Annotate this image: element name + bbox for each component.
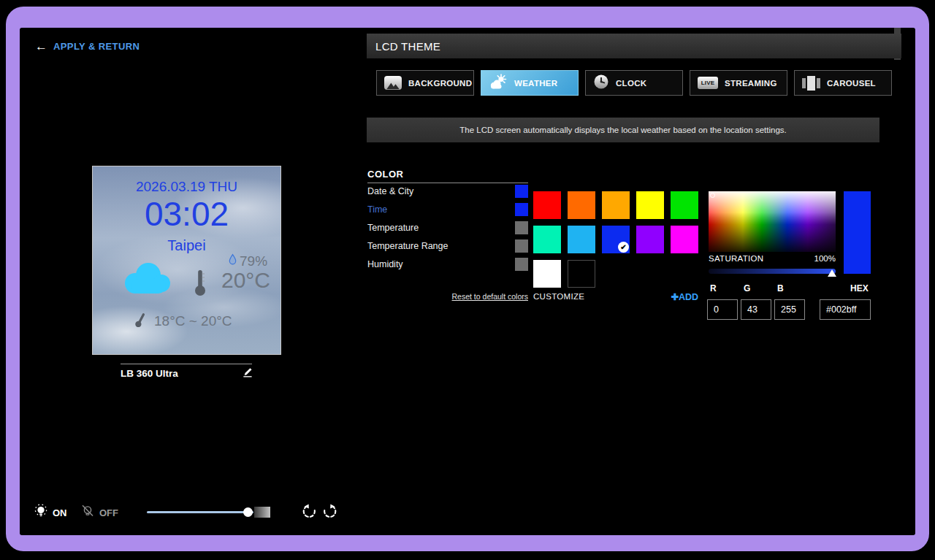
clock-icon (593, 74, 609, 93)
tab-weather[interactable]: WEATHER (481, 70, 579, 96)
tab-background[interactable]: BACKGROUND (376, 70, 474, 96)
device-name-divider (121, 364, 252, 364)
preview-time: 03:02 (93, 194, 280, 234)
color-row-humidity[interactable]: Humidity (367, 258, 528, 271)
g-label: G (744, 283, 750, 294)
row-swatch (515, 203, 528, 216)
color-palette: ✔ (533, 191, 698, 288)
back-arrow-icon: ← (35, 40, 47, 53)
palette-swatch-skyblue[interactable] (568, 226, 595, 253)
reset-default-colors-link[interactable]: Reset to default colors (367, 289, 528, 302)
tab-label: WEATHER (514, 79, 557, 88)
current-color-preview (844, 191, 871, 274)
lcd-off-toggle[interactable]: OFF (80, 504, 118, 521)
off-label: OFF (99, 507, 118, 518)
weather-sun-cloud-icon (489, 73, 508, 93)
palette-swatch-red[interactable] (533, 191, 561, 219)
tab-streaming[interactable]: LIVE STREAMING (690, 70, 787, 96)
edit-pencil-icon[interactable] (242, 367, 253, 381)
panel-header: LCD THEME (367, 34, 901, 58)
hex-label: HEX (850, 283, 869, 294)
row-swatch (515, 185, 528, 198)
add-color-button[interactable]: ✚ADD (654, 291, 698, 302)
tab-label: STREAMING (725, 79, 777, 88)
apply-return-label: APPLY & RETURN (53, 41, 140, 52)
r-label: R (710, 283, 717, 294)
preview-temperature: 20°C (221, 268, 270, 293)
rotate-clockwise-button[interactable] (322, 504, 337, 522)
selected-check-icon: ✔ (618, 242, 629, 253)
preview-city: Taipei (93, 237, 280, 254)
saturation-value: 100% (774, 254, 836, 263)
palette-swatch-magenta[interactable] (671, 226, 698, 253)
preview-humidity: 79% (240, 253, 267, 269)
palette-swatch-springgreen[interactable] (533, 226, 561, 253)
preview-humidity-row: 79% (228, 253, 267, 269)
info-banner-text: The LCD screen automatically displays th… (459, 126, 786, 134)
hex-input[interactable] (820, 299, 871, 320)
row-swatch (515, 258, 528, 271)
gradient-cursor[interactable] (710, 193, 715, 198)
color-row-temperature-range[interactable]: Temperature Range (367, 239, 528, 253)
palette-swatch-black[interactable] (568, 260, 595, 288)
palette-swatch-yellow[interactable] (636, 191, 664, 219)
palette-swatch-blue-selected[interactable]: ✔ (602, 226, 630, 253)
color-gradient-map[interactable] (709, 191, 836, 252)
color-row-time[interactable]: Time (367, 203, 528, 216)
tab-label: BACKGROUND (408, 79, 472, 88)
tab-clock[interactable]: CLOCK (585, 70, 683, 96)
palette-swatch-white[interactable] (533, 260, 561, 288)
palette-swatch-green[interactable] (671, 191, 698, 219)
color-row-date-city[interactable]: Date & City (367, 185, 528, 198)
saturation-label: SATURATION (709, 254, 763, 263)
droplet-icon (228, 253, 237, 269)
brightness-gradient-block (254, 507, 270, 518)
bulb-on-icon (34, 504, 48, 521)
preview-temperature-range: 18°C ~ 20°C (154, 313, 232, 329)
r-input[interactable] (707, 299, 738, 320)
thermometer-small-icon (131, 310, 149, 333)
tab-label: CLOCK (616, 79, 646, 88)
tab-carousel[interactable]: CAROUSEL (794, 70, 892, 96)
device-name: LB 360 Ultra (121, 368, 178, 379)
saturation-slider-thumb[interactable] (828, 269, 836, 277)
customize-label: CUSTOMIZE (533, 292, 584, 301)
info-banner: The LCD screen automatically displays th… (367, 118, 879, 142)
image-icon (384, 76, 402, 90)
palette-swatch-amber[interactable] (602, 191, 630, 219)
live-badge-icon: LIVE (698, 77, 718, 89)
color-row-temperature[interactable]: Temperature (367, 221, 528, 234)
tab-label: CAROUSEL (827, 79, 876, 88)
cloud-icon (121, 256, 176, 301)
brightness-slider-thumb[interactable] (243, 507, 253, 517)
on-label: ON (53, 507, 67, 518)
bulb-off-icon (80, 504, 95, 521)
b-label: B (777, 283, 784, 294)
app-screenshot: ← APPLY & RETURN LCD THEME BACKGROUND (0, 0, 935, 560)
b-input[interactable] (774, 299, 805, 320)
color-target-list: Date & City Time Temperature Temperature… (367, 185, 528, 276)
row-swatch (515, 239, 528, 253)
carousel-panels-icon (802, 76, 820, 91)
preview-date: 2026.03.19 THU (93, 179, 280, 195)
row-swatch (515, 221, 528, 234)
color-section-title: COLOR (367, 169, 403, 180)
lcd-on-toggle[interactable]: ON (34, 504, 67, 521)
color-section-divider (367, 183, 528, 183)
thermometer-icon (192, 268, 208, 300)
page-title: LCD THEME (375, 40, 440, 53)
apply-return-button[interactable]: ← APPLY & RETURN (35, 40, 140, 53)
brightness-slider[interactable] (147, 511, 253, 513)
saturation-slider[interactable] (709, 269, 836, 274)
palette-swatch-purple[interactable] (636, 226, 664, 253)
lcd-preview: 2026.03.19 THU 03:02 Taipei 79% (92, 166, 281, 355)
g-input[interactable] (741, 299, 771, 320)
palette-swatch-orange[interactable] (568, 191, 595, 219)
rotate-counterclockwise-button[interactable] (302, 504, 317, 522)
